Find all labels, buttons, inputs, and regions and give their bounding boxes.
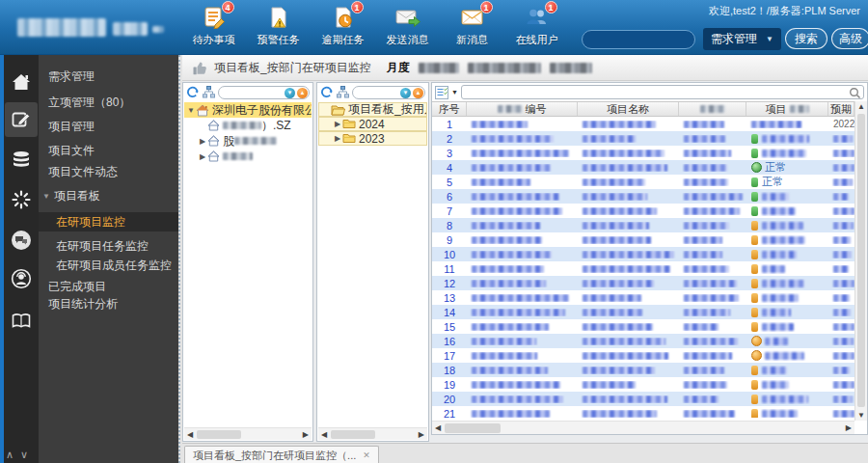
table-row[interactable]: 2 [432,131,854,146]
close-icon[interactable]: ✕ [363,450,370,460]
list-filter-icon[interactable] [435,86,448,99]
tree-node[interactable]: ▶ [184,149,312,164]
scroll-left-arrow[interactable]: ◀ [435,422,441,435]
chevron-right-icon[interactable]: ▶ [333,120,342,128]
table-row[interactable]: 6 [432,189,854,204]
chevron-down-icon[interactable]: ▼ [186,106,196,115]
table-row[interactable]: 13 [432,290,854,305]
chevron-up-icon[interactable]: ∧ [6,449,14,460]
chevron-right-icon[interactable]: ▶ [198,137,207,146]
tree-node[interactable]: ▶2023 [318,131,427,146]
table-row[interactable]: 15 [432,319,854,334]
table-row[interactable]: 8 [432,218,854,232]
scroll-up-arrow[interactable]: ▲ [855,102,867,111]
sidebar-subitem-5-0[interactable]: 在研项目监控 [39,212,178,232]
toolbar-item-alert-task[interactable]: 预警任务 [246,5,311,47]
scrollbar-thumb[interactable] [857,114,865,407]
table-row[interactable]: 20 [432,392,854,406]
scroll-left-arrow[interactable]: ◀ [321,428,327,441]
refresh-icon[interactable] [320,86,334,98]
table-row[interactable]: 16 [432,334,854,348]
tree-node[interactable]: ▶2024 [318,117,427,131]
search-icon[interactable] [849,87,861,99]
table-row[interactable]: 11 [432,261,854,276]
chevron-right-icon[interactable]: ▶ [198,152,207,161]
sidebar-item-5[interactable]: ▼项目看板 [39,186,178,205]
global-search-input[interactable] [582,30,695,49]
scroll-left-arrow[interactable]: ◀ [187,428,193,441]
table-row[interactable]: 4正常 [432,160,854,175]
sidebar-item-1[interactable]: 立项管理（80） [39,93,178,112]
tree-filter-input[interactable]: ▼ ▲ [352,86,425,99]
tree-node[interactable]: 项目看板_按用户在研项 [318,102,427,117]
iconbar-item-home[interactable] [9,70,34,95]
sidebar-item-4[interactable]: 项目文件动态 [39,162,178,181]
org-structure-icon[interactable] [337,86,349,98]
iconbar-item-loading[interactable] [9,187,34,212]
toolbar-item-todo[interactable]: 4待办事项 [181,5,246,47]
iconbar-item-edit[interactable] [9,107,34,132]
chevron-right-icon[interactable]: ▶ [333,134,342,143]
scroll-right-arrow[interactable]: ▶ [846,422,852,435]
table-row[interactable]: 12 [432,276,854,290]
table-row[interactable]: 5正常 [432,175,854,189]
toolbar-item-overdue-task[interactable]: 1逾期任务 [311,5,375,47]
column-header-0[interactable]: 序号 [432,102,467,116]
table-row[interactable]: 17 [432,348,854,363]
tree-node[interactable]: ▼深圳电子股份有限公司 [184,102,312,118]
table-search-input[interactable] [461,85,864,99]
sidebar-item-6[interactable]: 已完成项目 [39,277,178,296]
tree-node[interactable]: ）.SZ [184,118,312,133]
table-row[interactable]: 14 [432,305,854,319]
chevron-down-icon[interactable]: ▼ [451,89,458,95]
tab-project-board-monitor[interactable]: 项目看板_按部门在研项目监控（... ✕ [184,446,379,463]
sidebar-item-0[interactable]: 需求管理 [39,67,178,86]
scrollbar-thumb[interactable] [197,430,241,439]
scrollbar-thumb[interactable] [445,423,501,433]
scrollbar-thumb[interactable] [331,430,375,439]
table-row[interactable]: 19 [432,377,854,392]
table-row[interactable]: 10 [432,247,854,261]
toolbar-item-send-message[interactable]: 发送消息 [375,5,440,47]
scroll-right-arrow[interactable]: ▶ [303,428,309,441]
iconbar-item-book[interactable] [9,309,34,334]
advanced-search-button[interactable]: 高级 [831,28,868,49]
iconbar-item-support[interactable] [9,266,34,291]
table-row[interactable]: 18 [432,363,854,377]
locate-down-button[interactable]: ▼ [400,88,411,98]
sidebar-subitem-5-1[interactable]: 在研项目任务监控 [39,236,178,256]
iconbar-item-chat[interactable] [9,228,34,253]
locate-down-button[interactable]: ▼ [285,88,295,98]
tree-node[interactable]: ▶股 [184,133,312,149]
tree-filter-input[interactable]: ▼ ▲ [218,86,310,99]
table-row[interactable]: 7 [432,204,854,218]
sidebar-scroll-chevrons[interactable]: ∧∨ [6,449,35,461]
table-row[interactable]: 21 [432,406,854,418]
sidebar-item-2[interactable]: 项目管理 [39,117,178,136]
sidebar-item-7[interactable]: 项目统计分析 [39,294,178,313]
table-row[interactable]: 12022-10 [432,117,854,131]
iconbar-item-database[interactable] [9,148,34,173]
chevron-down-icon[interactable]: ∨ [20,449,28,460]
toolbar-item-online-users[interactable]: 1在线用户 [504,5,569,47]
search-button[interactable]: 搜索 [785,28,827,49]
table-row[interactable]: 9 [432,232,854,247]
column-header-4[interactable]: 项目 [746,102,828,116]
sidebar-item-3[interactable]: 项目文件 [39,141,178,160]
scroll-right-arrow[interactable]: ▶ [419,428,424,441]
column-header-2[interactable]: 项目名称 [578,102,679,116]
search-category-dropdown[interactable]: 需求管理 ▼ [703,28,781,50]
cell-project-desc [679,207,746,215]
column-header-1[interactable]: 编号 [467,102,578,116]
locate-up-button[interactable]: ▲ [297,88,308,98]
sidebar-subitem-5-2[interactable]: 在研项目成员任务监控 [39,256,178,275]
column-header-3[interactable] [679,102,746,116]
locate-up-button[interactable]: ▲ [413,88,423,98]
refresh-icon[interactable] [186,86,200,98]
column-header-5[interactable]: 预期 [828,102,854,116]
org-structure-icon[interactable] [203,86,215,98]
table-row[interactable]: 3 [432,146,854,160]
date-value: 2022-10 [833,119,854,129]
toolbar-item-new-message[interactable]: 1新消息 [440,5,504,47]
scroll-down-arrow[interactable]: ▼ [855,411,867,420]
